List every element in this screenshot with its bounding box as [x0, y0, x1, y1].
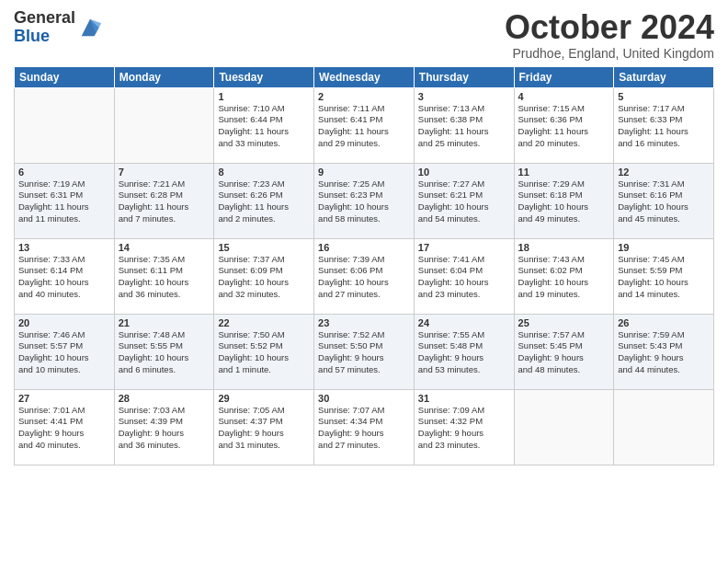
day-number: 14	[119, 242, 210, 253]
cal-cell: 30Sunrise: 7:07 AMSunset: 4:34 PMDayligh…	[314, 389, 415, 465]
day-number: 11	[518, 167, 610, 178]
cal-cell: 31Sunrise: 7:09 AMSunset: 4:32 PMDayligh…	[414, 389, 514, 465]
cell-line: Sunrise: 7:41 AM	[418, 254, 510, 266]
day-number: 31	[418, 393, 510, 404]
cal-cell: 28Sunrise: 7:03 AMSunset: 4:39 PMDayligh…	[114, 389, 214, 465]
day-number: 21	[119, 317, 210, 328]
cell-line: Sunset: 6:02 PM	[518, 265, 610, 277]
title-section: October 2024 Prudhoe, England, United Ki…	[505, 9, 714, 61]
cell-line: and 23 minutes.	[418, 440, 510, 452]
cell-line: Daylight: 10 hours	[119, 277, 210, 289]
cell-line: Daylight: 10 hours	[618, 277, 710, 289]
cell-line: Sunrise: 7:23 AM	[218, 178, 310, 190]
day-number: 15	[218, 242, 310, 253]
logo-blue: Blue	[14, 27, 50, 45]
day-number: 1	[218, 91, 310, 102]
cal-cell: 10Sunrise: 7:27 AMSunset: 6:21 PMDayligh…	[414, 163, 514, 238]
cell-line: Daylight: 10 hours	[418, 277, 510, 289]
cell-line: Daylight: 10 hours	[318, 201, 410, 213]
cell-line: Sunrise: 7:59 AM	[618, 329, 710, 341]
cell-line: Sunset: 6:23 PM	[318, 190, 410, 201]
cal-cell: 25Sunrise: 7:57 AMSunset: 5:45 PMDayligh…	[514, 314, 614, 389]
cell-line: Sunrise: 7:09 AM	[418, 405, 510, 417]
cell-line: Sunrise: 7:57 AM	[518, 329, 610, 341]
cal-cell: 17Sunrise: 7:41 AMSunset: 6:04 PMDayligh…	[414, 238, 514, 314]
cell-line: and 20 minutes.	[518, 138, 610, 150]
cell-line: Sunset: 4:37 PM	[218, 416, 310, 428]
cell-line: Sunrise: 7:35 AM	[119, 254, 210, 266]
cell-line: Sunset: 6:36 PM	[518, 114, 610, 126]
cell-line: Sunset: 4:34 PM	[318, 416, 410, 428]
cell-line: Sunrise: 7:55 AM	[418, 329, 510, 341]
day-number: 22	[218, 317, 310, 328]
cell-line: and 7 minutes.	[119, 213, 210, 225]
calendar-table: SundayMondayTuesdayWednesdayThursdayFrid…	[14, 66, 714, 465]
day-number: 3	[418, 91, 510, 102]
cell-line: and 10 minutes.	[18, 364, 110, 376]
cell-line: Sunrise: 7:39 AM	[318, 254, 410, 266]
cell-line: Daylight: 11 hours	[418, 126, 510, 138]
cal-cell: 12Sunrise: 7:31 AMSunset: 6:16 PMDayligh…	[614, 163, 714, 238]
day-number: 25	[518, 317, 610, 328]
cell-line: Sunset: 5:52 PM	[218, 340, 310, 352]
day-number: 18	[518, 242, 610, 253]
logo: General Blue	[14, 9, 103, 46]
cell-line: and 57 minutes.	[318, 364, 410, 376]
cell-line: Daylight: 9 hours	[18, 428, 110, 440]
cell-line: Daylight: 9 hours	[618, 352, 710, 364]
cell-line: Sunset: 5:50 PM	[318, 340, 410, 352]
cell-line: Sunrise: 7:25 AM	[318, 178, 410, 190]
day-header-saturday: Saturday	[614, 66, 714, 87]
cell-line: Sunrise: 7:29 AM	[518, 178, 610, 190]
cell-line: Sunset: 6:44 PM	[218, 114, 310, 126]
cell-line: Daylight: 9 hours	[418, 352, 510, 364]
cell-line: Daylight: 10 hours	[518, 277, 610, 289]
week-row-4: 20Sunrise: 7:46 AMSunset: 5:57 PMDayligh…	[15, 314, 714, 389]
cal-cell: 2Sunrise: 7:11 AMSunset: 6:41 PMDaylight…	[314, 87, 415, 163]
cell-line: and 54 minutes.	[418, 213, 510, 225]
cal-cell: 18Sunrise: 7:43 AMSunset: 6:02 PMDayligh…	[514, 238, 614, 314]
cell-line: Daylight: 11 hours	[318, 126, 410, 138]
cell-line: Sunset: 6:09 PM	[218, 265, 310, 277]
cell-line: Sunset: 4:32 PM	[418, 416, 510, 428]
cell-line: Daylight: 11 hours	[218, 201, 310, 213]
cell-line: Sunset: 5:48 PM	[418, 340, 510, 352]
cal-cell: 15Sunrise: 7:37 AMSunset: 6:09 PMDayligh…	[214, 238, 314, 314]
day-number: 5	[618, 91, 710, 102]
cell-line: Sunset: 5:57 PM	[18, 340, 110, 352]
cal-cell	[614, 389, 714, 465]
month-title: October 2024	[505, 9, 714, 46]
day-number: 7	[119, 167, 210, 178]
cell-line: Daylight: 9 hours	[119, 428, 210, 440]
logo-text: General Blue	[14, 9, 75, 46]
cell-line: Sunset: 6:16 PM	[618, 190, 710, 201]
cell-line: and 31 minutes.	[218, 440, 310, 452]
cal-cell: 16Sunrise: 7:39 AMSunset: 6:06 PMDayligh…	[314, 238, 415, 314]
cell-line: and 2 minutes.	[218, 213, 310, 225]
cell-line: Daylight: 9 hours	[318, 352, 410, 364]
cal-cell: 29Sunrise: 7:05 AMSunset: 4:37 PMDayligh…	[214, 389, 314, 465]
cell-line: and 16 minutes.	[618, 138, 710, 150]
day-number: 30	[318, 393, 410, 404]
cell-line: Sunset: 6:11 PM	[119, 265, 210, 277]
cell-line: Sunset: 6:06 PM	[318, 265, 410, 277]
day-number: 8	[218, 167, 310, 178]
cell-line: Sunset: 5:55 PM	[119, 340, 210, 352]
cell-line: Daylight: 10 hours	[218, 277, 310, 289]
cell-line: Sunrise: 7:43 AM	[518, 254, 610, 266]
day-number: 28	[119, 393, 210, 404]
cell-line: Sunrise: 7:05 AM	[218, 405, 310, 417]
cell-line: Sunrise: 7:52 AM	[318, 329, 410, 341]
cell-line: Sunset: 6:26 PM	[218, 190, 310, 201]
cal-cell: 24Sunrise: 7:55 AMSunset: 5:48 PMDayligh…	[414, 314, 514, 389]
day-number: 4	[518, 91, 610, 102]
week-row-1: 1Sunrise: 7:10 AMSunset: 6:44 PMDaylight…	[15, 87, 714, 163]
cal-cell: 27Sunrise: 7:01 AMSunset: 4:41 PMDayligh…	[15, 389, 115, 465]
cell-line: Daylight: 10 hours	[618, 201, 710, 213]
cal-cell: 7Sunrise: 7:21 AMSunset: 6:28 PMDaylight…	[114, 163, 214, 238]
cell-line: Daylight: 10 hours	[518, 201, 610, 213]
day-number: 19	[618, 242, 710, 253]
cell-line: Sunset: 6:31 PM	[18, 190, 110, 201]
cell-line: Sunset: 5:59 PM	[618, 265, 710, 277]
cal-cell: 8Sunrise: 7:23 AMSunset: 6:26 PMDaylight…	[214, 163, 314, 238]
